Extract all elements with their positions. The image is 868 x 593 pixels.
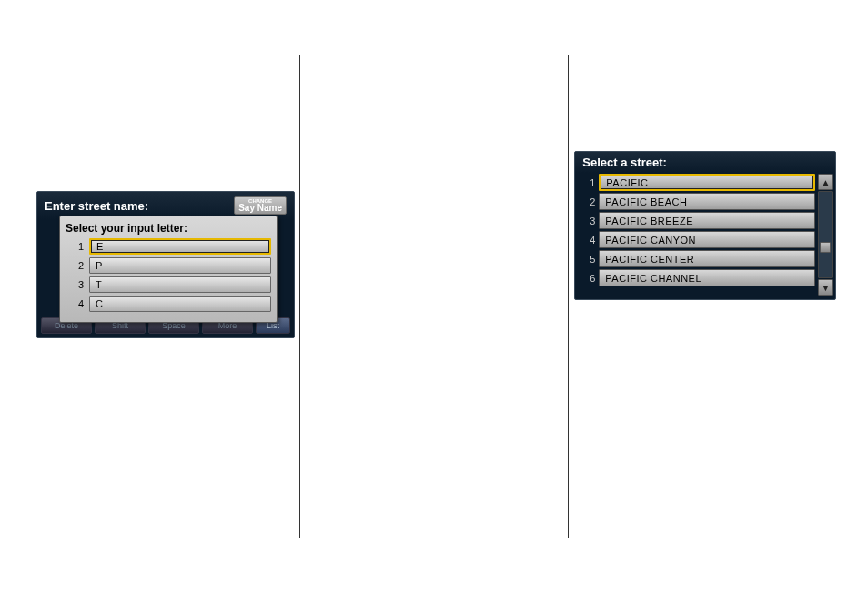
say-name-button[interactable]: CHANGE Say Name [234,196,287,215]
street-row-number: 3 [579,216,595,226]
scroll-down-button[interactable]: ▼ [818,279,833,296]
nav-screenshot-enter-street: Enter street name: CHANGE Say Name Delet… [36,191,295,338]
popup-row: 4 C [66,296,271,312]
street-cell[interactable]: PACIFIC CANYON [599,231,815,248]
scrollbar-track[interactable] [818,191,833,278]
popup-row: 2 P [66,257,271,274]
columns-container: Enter street name: CHANGE Say Name Delet… [35,55,833,538]
column-separator [568,55,569,538]
nav-screenshot-select-street: Select a street: 1 PACIFIC 2 PACIFIC BEA… [574,151,836,300]
street-row: 4 PACIFIC CANYON [579,231,815,248]
scroll-up-button[interactable]: ▲ [818,174,833,190]
street-row-number: 2 [579,196,595,207]
street-row-number: 1 [579,177,595,188]
say-name-main: Say Name [238,204,282,213]
street-row: 1 PACIFIC [579,174,815,191]
title-bar: Select a street: [575,152,835,173]
input-letter-popup: Select your input letter: 1 E 2 P 3 T 4 … [59,216,278,323]
popup-row-number: 1 [66,241,84,252]
scrollbar-thumb[interactable] [820,242,831,253]
popup-row: 1 E [66,238,271,255]
screen-title: Enter street name: [45,199,148,213]
column-right: Select a street: 1 PACIFIC 2 PACIFIC BEA… [572,55,833,538]
street-row-number: 5 [579,254,595,265]
scrollbar: ▲ ▼ [818,174,833,296]
street-cell[interactable]: PACIFIC [599,174,815,191]
street-row-number: 6 [579,273,595,284]
popup-row: 3 T [66,276,271,293]
street-list: 1 PACIFIC 2 PACIFIC BEACH 3 PACIFIC BREE… [579,174,815,296]
popup-letter-cell[interactable]: E [89,238,271,255]
street-row: 2 PACIFIC BEACH [579,193,815,210]
column-left: Enter street name: CHANGE Say Name Delet… [35,55,296,538]
popup-row-number: 2 [66,260,84,271]
popup-letter-cell[interactable]: T [89,276,271,293]
street-row: 5 PACIFIC CENTER [579,250,815,267]
popup-row-number: 4 [66,298,84,309]
street-row: 3 PACIFIC BREEZE [579,212,815,229]
popup-letter-cell[interactable]: P [89,257,271,274]
street-row: 6 PACIFIC CHANNEL [579,269,815,286]
popup-letter-cell[interactable]: C [89,296,271,312]
chevron-down-icon: ▼ [821,283,830,293]
street-cell[interactable]: PACIFIC BEACH [599,193,815,210]
street-cell[interactable]: PACIFIC CHANNEL [599,269,815,286]
popup-title: Select your input letter: [66,222,271,235]
column-middle [304,55,565,538]
popup-row-number: 3 [66,279,84,290]
street-cell[interactable]: PACIFIC CENTER [599,250,815,267]
horizontal-rule [35,35,833,35]
street-cell[interactable]: PACIFIC BREEZE [599,212,815,229]
street-row-number: 4 [579,235,595,246]
chevron-up-icon: ▲ [821,177,830,187]
column-separator [299,55,300,538]
screen-title: Select a street: [582,156,667,169]
